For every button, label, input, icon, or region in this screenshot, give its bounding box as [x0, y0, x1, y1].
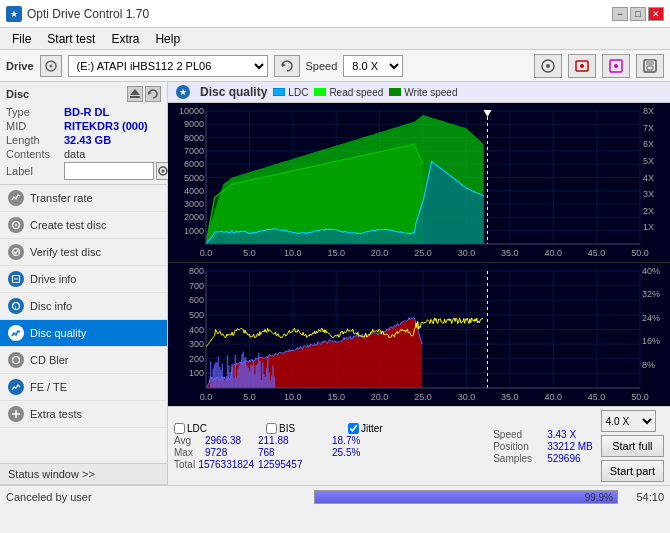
stats-row: LDC BIS Jitter Avg 2966.3: [168, 406, 670, 485]
drive-info-label: Drive info: [30, 273, 76, 285]
disc-refresh-button[interactable]: [145, 86, 161, 102]
disc-panel: Disc Type BD-R DL MID RITEKDR3 (000): [0, 82, 167, 185]
sidebar-item-extra-tests[interactable]: Extra tests: [0, 401, 167, 428]
ldc-max-value: 9728: [205, 447, 227, 458]
sidebar-item-disc-info[interactable]: i Disc info: [0, 293, 167, 320]
bis-checkbox[interactable]: [266, 423, 277, 434]
top-chart: [168, 103, 670, 262]
app-title: Opti Drive Control 1.70: [27, 7, 612, 21]
svg-rect-11: [647, 66, 653, 70]
bis-total-row: 12595457: [258, 459, 328, 470]
jit-avg-value: 18.7%: [332, 435, 360, 446]
position-label: Position: [493, 441, 543, 452]
drive-icon[interactable]: [40, 55, 62, 77]
drive-select[interactable]: (E:) ATAPI iHBS112 2 PL06: [68, 55, 268, 77]
svg-marker-2: [282, 63, 286, 67]
menu-extra[interactable]: Extra: [103, 30, 147, 48]
speed-select-2[interactable]: 4.0 X: [601, 410, 656, 432]
toolbar-btn-1[interactable]: [534, 54, 562, 78]
transfer-rate-icon: [8, 190, 24, 206]
speed-info-value: 3.43 X: [547, 429, 576, 440]
column-headers-row: LDC BIS Jitter: [174, 423, 387, 434]
menu-help[interactable]: Help: [147, 30, 188, 48]
title-bar: ★ Opti Drive Control 1.70 − □ ✕: [0, 0, 670, 28]
time-text: 54:10: [624, 491, 664, 503]
status-window-button[interactable]: Status window >>: [0, 463, 167, 485]
sidebar-item-disc-quality[interactable]: Disc quality: [0, 320, 167, 347]
disc-label-input[interactable]: [64, 162, 154, 180]
svg-point-18: [15, 224, 17, 226]
maximize-button[interactable]: □: [630, 7, 646, 21]
svg-point-24: [13, 357, 20, 364]
cd-bler-icon: [8, 352, 24, 368]
ldc-avg-row: Avg 2966.38: [174, 435, 254, 446]
svg-text:i: i: [15, 304, 16, 310]
svg-point-4: [546, 64, 550, 68]
toolbar-btn-3[interactable]: [602, 54, 630, 78]
disc-quality-label: Disc quality: [30, 327, 86, 339]
toolbar-btn-2[interactable]: [568, 54, 596, 78]
jit-max-value: 25.5%: [332, 447, 360, 458]
mid-label: MID: [6, 120, 64, 132]
position-row: Position 33212 MB: [493, 441, 593, 452]
speed-info: Speed 3.43 X Position 33212 MB Samples 5…: [493, 429, 593, 464]
speed-select[interactable]: 8.0 X: [343, 55, 403, 77]
ldc-checkbox[interactable]: [174, 423, 185, 434]
extra-tests-icon: [8, 406, 24, 422]
contents-label: Contents: [6, 148, 64, 160]
ldc-total-value: 1576331824: [198, 459, 254, 470]
svg-point-16: [162, 170, 165, 173]
sidebar-item-transfer-rate[interactable]: Transfer rate: [0, 185, 167, 212]
speed-row: Speed 3.43 X: [493, 429, 593, 440]
verify-test-disc-icon: [8, 244, 24, 260]
legend-write-speed-label: Write speed: [404, 87, 457, 98]
toolbar-btn-save[interactable]: [636, 54, 664, 78]
svg-rect-13: [130, 96, 140, 98]
bis-max-value: 768: [258, 447, 275, 458]
legend-read-speed-color: [314, 88, 326, 96]
start-part-button[interactable]: Start part: [601, 460, 664, 482]
start-full-button[interactable]: Start full: [601, 435, 664, 457]
chart-title: Disc quality: [200, 85, 267, 99]
stats-labels: LDC BIS Jitter Avg 2966.3: [174, 423, 387, 470]
samples-value: 529696: [547, 453, 580, 464]
sidebar-item-create-test-disc[interactable]: Create test disc: [0, 212, 167, 239]
bis-total-value: 12595457: [258, 459, 303, 470]
mid-value: RITEKDR3 (000): [64, 120, 148, 132]
minimize-button[interactable]: −: [612, 7, 628, 21]
sidebar-item-fe-te[interactable]: FE / TE: [0, 374, 167, 401]
stats-values: Avg 2966.38 Max 9728 Total 1576331824: [174, 435, 387, 470]
bottom-bar: Canceled by user 99.9% 54:10: [0, 485, 670, 507]
jitter-stats: 18.7% 25.5%: [332, 435, 387, 470]
bis-checkbox-item: BIS: [266, 423, 336, 434]
sidebar-item-cd-bler[interactable]: CD Bler: [0, 347, 167, 374]
create-test-disc-icon: [8, 217, 24, 233]
legend-ldc-label: LDC: [288, 87, 308, 98]
refresh-drive-button[interactable]: [274, 55, 300, 77]
speed-info-label: Speed: [493, 429, 543, 440]
contents-value: data: [64, 148, 85, 160]
progress-bar: 99.9%: [314, 490, 618, 504]
sidebar-item-verify-test-disc[interactable]: Verify test disc: [0, 239, 167, 266]
content-area: ★ Disc quality LDC Read speed Write spee…: [168, 82, 670, 485]
create-test-disc-label: Create test disc: [30, 219, 106, 231]
disc-eject-button[interactable]: [127, 86, 143, 102]
fe-te-icon: [8, 379, 24, 395]
nav-items: Transfer rate Create test disc Verify te…: [0, 185, 167, 463]
top-chart-container: [168, 103, 670, 263]
length-value: 32.43 GB: [64, 134, 111, 146]
menu-start-test[interactable]: Start test: [39, 30, 103, 48]
menu-file[interactable]: File: [4, 30, 39, 48]
close-button[interactable]: ✕: [648, 7, 664, 21]
progress-text: 99.9%: [585, 491, 613, 502]
svg-point-8: [614, 64, 618, 68]
samples-label: Samples: [493, 453, 543, 464]
ldc-max-row: Max 9728: [174, 447, 254, 458]
disc-panel-title: Disc: [6, 88, 29, 100]
legend-read-speed-label: Read speed: [329, 87, 383, 98]
jitter-checkbox-item: Jitter: [348, 423, 383, 434]
sidebar: Disc Type BD-R DL MID RITEKDR3 (000): [0, 82, 168, 485]
jitter-checkbox[interactable]: [348, 423, 359, 434]
sidebar-item-drive-info[interactable]: Drive info: [0, 266, 167, 293]
progress-fill: [315, 491, 617, 503]
